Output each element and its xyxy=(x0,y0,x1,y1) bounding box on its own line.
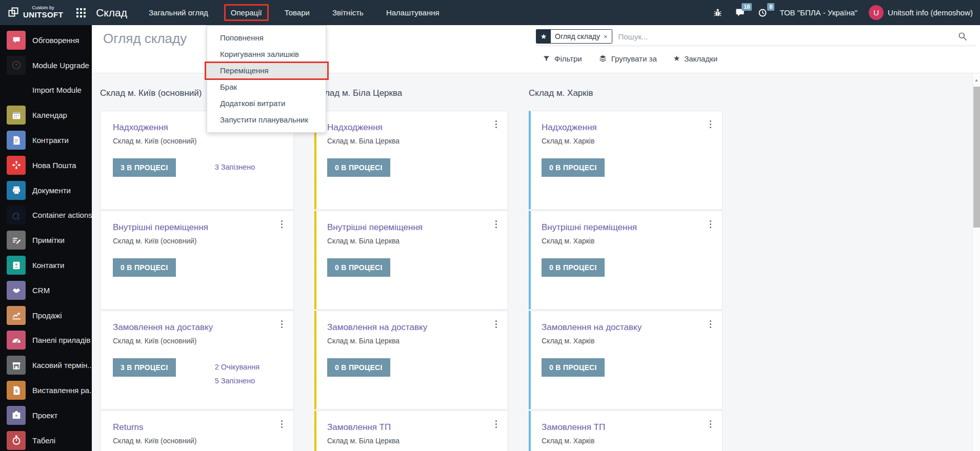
sidebar-item[interactable]: Документи xyxy=(0,178,92,203)
in-progress-button[interactable]: 0 В ПРОЦЕСІ xyxy=(327,258,390,277)
kebab-menu-icon[interactable] xyxy=(708,420,713,429)
messages-count-badge: 18 xyxy=(742,3,752,11)
in-progress-button[interactable]: 0 В ПРОЦЕСІ xyxy=(327,358,390,377)
sidebar-item[interactable]: Обговорення xyxy=(0,28,92,53)
dropdown-menu-item[interactable]: Запустити планувальник xyxy=(207,112,326,128)
card-title[interactable]: Надходження xyxy=(542,122,710,133)
svg-text:$: $ xyxy=(15,388,17,394)
sidebar-item[interactable]: Календар xyxy=(0,102,92,128)
search-input[interactable] xyxy=(618,32,834,41)
dropdown-menu-item[interactable]: Додаткові витрати xyxy=(207,95,326,112)
kanban-card: Внутрішні переміщення Склад м. Біла Церк… xyxy=(314,211,508,310)
sidebar-item[interactable]: $ Виставлення ра... xyxy=(0,378,92,403)
card-title[interactable]: Внутрішні переміщення xyxy=(542,222,710,233)
card-title[interactable]: Замовлення на доставку xyxy=(113,322,281,333)
app-name[interactable]: Склад xyxy=(96,7,127,19)
debug-bug-icon[interactable] xyxy=(712,7,723,18)
kebab-menu-icon[interactable] xyxy=(279,320,284,330)
card-title[interactable]: Надходження xyxy=(327,122,495,133)
kebab-menu-icon[interactable] xyxy=(279,220,284,230)
dropdown-menu-item[interactable]: Брак xyxy=(207,79,326,95)
user-avatar: U xyxy=(869,5,884,20)
kebab-menu-icon[interactable] xyxy=(493,120,498,130)
vertical-scrollbar[interactable]: ▲ xyxy=(972,73,980,451)
in-progress-button[interactable]: 0 В ПРОЦЕСІ xyxy=(542,158,605,177)
topbar-menu-item[interactable]: Загальний огляд xyxy=(137,0,219,25)
card-title[interactable]: Замовлення на доставку xyxy=(327,322,495,333)
top-menu: Загальний огляд Операції Товари Звітніст… xyxy=(137,0,451,25)
card-title[interactable]: Внутрішні переміщення xyxy=(327,222,495,233)
in-progress-button[interactable]: 3 В ПРОЦЕСІ xyxy=(113,158,176,177)
dropdown-menu-item-annotated[interactable]: Переміщення xyxy=(207,63,326,79)
kebab-menu-icon[interactable] xyxy=(708,120,713,130)
card-subtitle: Склад м. Біла Церква xyxy=(327,237,495,245)
kebab-menu-icon[interactable] xyxy=(708,220,713,230)
facet-remove-icon[interactable]: × xyxy=(604,33,608,40)
scrollbar-up-arrow[interactable]: ▲ xyxy=(973,73,980,83)
card-title[interactable]: Returns xyxy=(113,422,281,433)
card-title[interactable]: Замовлення на доставку xyxy=(542,322,710,333)
kebab-menu-icon[interactable] xyxy=(493,220,498,230)
scrollbar-thumb[interactable] xyxy=(973,87,980,228)
card-subtitle: Склад м. Біла Церква xyxy=(327,137,495,145)
kanban-card: Надходження Склад м. Харків 0 В ПРОЦЕСІ xyxy=(529,111,723,210)
sidebar-item[interactable]: Примітки xyxy=(0,228,92,253)
contracts-icon xyxy=(7,131,26,150)
sidebar-item[interactable]: Проект xyxy=(0,403,92,428)
activities-clock-icon[interactable]: 8 xyxy=(757,7,768,18)
sidebar-item[interactable]: Module Upgrade xyxy=(0,53,92,78)
favorites-button[interactable]: ★ Закладки xyxy=(673,54,717,63)
topbar-menu-item[interactable]: Налаштування xyxy=(375,0,451,25)
search-underline xyxy=(536,46,976,46)
calendar-icon xyxy=(7,106,26,125)
card-title[interactable]: Внутрішні переміщення xyxy=(113,222,281,233)
card-status-link[interactable]: 5 Запізнено xyxy=(215,374,259,388)
documents-icon xyxy=(7,181,26,200)
search-facet: ★ Огляд складу × xyxy=(536,29,612,44)
search-icon[interactable] xyxy=(957,31,968,42)
sidebar-item[interactable]: Касовий термін... xyxy=(0,353,92,378)
sidebar-item[interactable]: Import Module xyxy=(0,78,92,103)
card-status-link[interactable]: 2 Очікування xyxy=(215,360,259,374)
sidebar-item[interactable]: Продажі xyxy=(0,303,92,328)
container-icon xyxy=(7,206,26,224)
card-subtitle: Склад м. Біла Церква xyxy=(327,337,495,345)
topbar-menu-item[interactable]: Звітність xyxy=(321,0,375,25)
kebab-menu-icon[interactable] xyxy=(279,420,284,429)
dashboard-icon xyxy=(7,331,26,350)
notes-icon xyxy=(7,231,26,250)
kebab-menu-icon[interactable] xyxy=(708,320,713,330)
in-progress-button[interactable]: 0 В ПРОЦЕСІ xyxy=(113,258,176,277)
kanban-card: Надходження Склад м. Біла Церква 0 В ПРО… xyxy=(314,111,508,210)
in-progress-button[interactable]: 0 В ПРОЦЕСІ xyxy=(542,258,605,277)
groupby-button[interactable]: Групувати за xyxy=(598,54,657,63)
sidebar-item[interactable]: Контакти xyxy=(0,253,92,278)
in-progress-button[interactable]: 0 В ПРОЦЕСІ xyxy=(542,358,605,377)
sidebar-item[interactable]: Container actions xyxy=(0,203,92,228)
card-subtitle: Склад м. Біла Церква xyxy=(327,437,495,445)
user-menu[interactable]: U Unitsoft info (demoshow) xyxy=(869,5,973,20)
apps-grid-icon[interactable] xyxy=(73,0,89,25)
sidebar-item[interactable]: Контракти xyxy=(0,128,92,153)
layers-icon xyxy=(598,54,607,63)
dropdown-menu-item[interactable]: Поповнення xyxy=(207,30,326,46)
upgrade-icon xyxy=(7,56,26,75)
card-status-link[interactable]: 3 Запізнено xyxy=(215,160,255,174)
company-switcher[interactable]: ТОВ "БПЛА - Україна" xyxy=(779,8,857,17)
sidebar-item[interactable]: Нова Пошта xyxy=(0,153,92,178)
kanban-card: Returns Склад м. Київ (основний) xyxy=(100,411,294,451)
sidebar-item[interactable]: Панелі приладів xyxy=(0,328,92,353)
card-title[interactable]: Замовлення ТП xyxy=(542,422,710,433)
in-progress-button[interactable]: 3 В ПРОЦЕСІ xyxy=(113,358,176,377)
topbar-menu-item-annotated[interactable]: Операції xyxy=(219,0,273,25)
filters-button[interactable]: Фільтри xyxy=(543,54,582,63)
sidebar-item[interactable]: Табелі xyxy=(0,428,92,451)
messages-icon[interactable]: 18 xyxy=(734,7,746,18)
sidebar-item[interactable]: CRM xyxy=(0,278,92,303)
dropdown-menu-item[interactable]: Коригування залишків xyxy=(207,46,326,63)
in-progress-button[interactable]: 0 В ПРОЦЕСІ xyxy=(327,158,390,177)
kebab-menu-icon[interactable] xyxy=(493,420,498,429)
topbar-menu-item[interactable]: Товари xyxy=(273,0,321,25)
card-title[interactable]: Замовлення ТП xyxy=(327,422,495,433)
kebab-menu-icon[interactable] xyxy=(493,320,498,330)
